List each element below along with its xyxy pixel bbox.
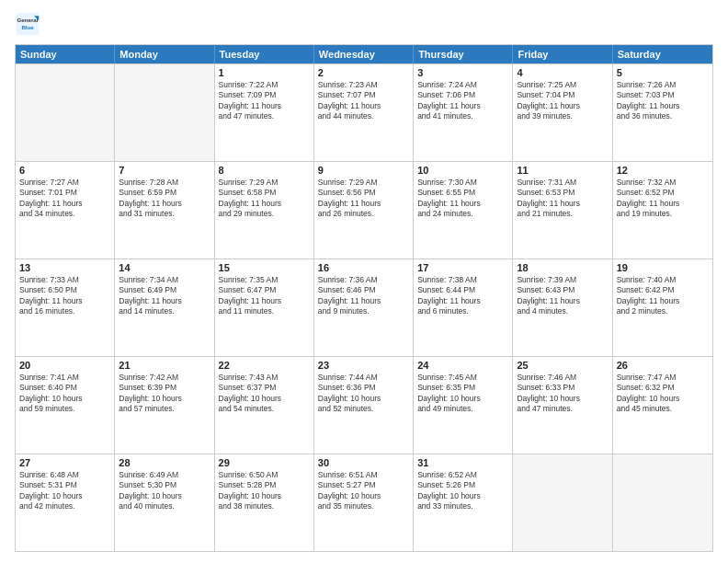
header: General Blue	[15, 11, 713, 37]
weekday-header-saturday: Saturday	[613, 45, 712, 63]
calendar-day-30: 30Sunrise: 6:51 AM Sunset: 5:27 PM Dayli…	[314, 454, 414, 551]
calendar-header-row: SundayMondayTuesdayWednesdayThursdayFrid…	[16, 45, 712, 63]
day-number: 1	[219, 67, 310, 78]
calendar-day-5: 5Sunrise: 7:26 AM Sunset: 7:03 PM Daylig…	[613, 64, 712, 161]
day-info: Sunrise: 7:27 AM Sunset: 7:01 PM Dayligh…	[19, 178, 110, 220]
calendar-day-empty	[115, 64, 214, 161]
calendar-grid: SundayMondayTuesdayWednesdayThursdayFrid…	[15, 44, 713, 552]
day-number: 14	[119, 262, 210, 273]
day-number: 27	[19, 457, 110, 468]
calendar-day-9: 9Sunrise: 7:29 AM Sunset: 6:56 PM Daylig…	[314, 162, 414, 259]
day-info: Sunrise: 7:34 AM Sunset: 6:49 PM Dayligh…	[119, 275, 210, 317]
day-info: Sunrise: 7:29 AM Sunset: 6:58 PM Dayligh…	[219, 178, 310, 220]
day-info: Sunrise: 7:23 AM Sunset: 7:07 PM Dayligh…	[318, 80, 409, 122]
day-number: 18	[517, 262, 608, 273]
calendar-day-19: 19Sunrise: 7:40 AM Sunset: 6:42 PM Dayli…	[613, 259, 712, 356]
day-number: 25	[517, 360, 608, 371]
day-info: Sunrise: 7:47 AM Sunset: 6:32 PM Dayligh…	[617, 373, 709, 415]
calendar-week-2: 6Sunrise: 7:27 AM Sunset: 7:01 PM Daylig…	[16, 161, 712, 259]
day-number: 8	[219, 165, 310, 176]
day-info: Sunrise: 7:29 AM Sunset: 6:56 PM Dayligh…	[318, 178, 409, 220]
calendar-day-6: 6Sunrise: 7:27 AM Sunset: 7:01 PM Daylig…	[16, 162, 115, 259]
calendar-day-empty	[513, 454, 612, 551]
weekday-header-wednesday: Wednesday	[314, 45, 414, 63]
day-number: 20	[19, 360, 110, 371]
calendar-body: 1Sunrise: 7:22 AM Sunset: 7:09 PM Daylig…	[16, 63, 712, 551]
day-number: 2	[318, 67, 409, 78]
weekday-header-monday: Monday	[115, 45, 214, 63]
day-number: 15	[219, 262, 310, 273]
day-number: 28	[119, 457, 210, 468]
calendar-day-15: 15Sunrise: 7:35 AM Sunset: 6:47 PM Dayli…	[215, 259, 314, 356]
day-number: 13	[19, 262, 110, 273]
day-info: Sunrise: 7:41 AM Sunset: 6:40 PM Dayligh…	[19, 373, 110, 415]
calendar-day-3: 3Sunrise: 7:24 AM Sunset: 7:06 PM Daylig…	[414, 64, 513, 161]
calendar-day-26: 26Sunrise: 7:47 AM Sunset: 6:32 PM Dayli…	[613, 357, 712, 454]
weekday-header-tuesday: Tuesday	[215, 45, 314, 63]
day-number: 6	[19, 165, 110, 176]
day-info: Sunrise: 6:51 AM Sunset: 5:27 PM Dayligh…	[318, 470, 409, 512]
day-number: 9	[318, 165, 409, 176]
weekday-header-thursday: Thursday	[414, 45, 513, 63]
day-number: 12	[617, 165, 709, 176]
calendar-day-25: 25Sunrise: 7:46 AM Sunset: 6:33 PM Dayli…	[513, 357, 612, 454]
day-info: Sunrise: 7:32 AM Sunset: 6:52 PM Dayligh…	[617, 178, 709, 220]
logo-icon: General Blue	[15, 11, 40, 37]
calendar-day-28: 28Sunrise: 6:49 AM Sunset: 5:30 PM Dayli…	[115, 454, 214, 551]
day-info: Sunrise: 7:45 AM Sunset: 6:35 PM Dayligh…	[417, 373, 508, 415]
calendar-day-11: 11Sunrise: 7:31 AM Sunset: 6:53 PM Dayli…	[513, 162, 612, 259]
calendar-day-10: 10Sunrise: 7:30 AM Sunset: 6:55 PM Dayli…	[414, 162, 513, 259]
calendar-day-4: 4Sunrise: 7:25 AM Sunset: 7:04 PM Daylig…	[513, 64, 612, 161]
day-info: Sunrise: 7:33 AM Sunset: 6:50 PM Dayligh…	[19, 275, 110, 317]
day-number: 19	[617, 262, 709, 273]
day-info: Sunrise: 7:25 AM Sunset: 7:04 PM Dayligh…	[517, 80, 608, 122]
day-number: 31	[417, 457, 508, 468]
day-info: Sunrise: 7:46 AM Sunset: 6:33 PM Dayligh…	[517, 373, 608, 415]
logo: General Blue	[15, 11, 44, 37]
calendar-day-empty	[613, 454, 712, 551]
weekday-header-sunday: Sunday	[16, 45, 115, 63]
day-info: Sunrise: 7:28 AM Sunset: 6:59 PM Dayligh…	[119, 178, 210, 220]
calendar-day-21: 21Sunrise: 7:42 AM Sunset: 6:39 PM Dayli…	[115, 357, 214, 454]
day-info: Sunrise: 6:52 AM Sunset: 5:26 PM Dayligh…	[417, 470, 508, 512]
weekday-header-friday: Friday	[513, 45, 612, 63]
day-number: 23	[318, 360, 409, 371]
day-number: 11	[517, 165, 608, 176]
calendar-day-20: 20Sunrise: 7:41 AM Sunset: 6:40 PM Dayli…	[16, 357, 115, 454]
day-number: 26	[617, 360, 709, 371]
svg-text:General: General	[17, 17, 39, 23]
day-info: Sunrise: 7:36 AM Sunset: 6:46 PM Dayligh…	[318, 275, 409, 317]
day-number: 7	[119, 165, 210, 176]
day-number: 3	[417, 67, 508, 78]
calendar-day-empty	[16, 64, 115, 161]
calendar-day-2: 2Sunrise: 7:23 AM Sunset: 7:07 PM Daylig…	[314, 64, 414, 161]
day-info: Sunrise: 7:31 AM Sunset: 6:53 PM Dayligh…	[517, 178, 608, 220]
day-info: Sunrise: 7:40 AM Sunset: 6:42 PM Dayligh…	[617, 275, 709, 317]
day-number: 4	[517, 67, 608, 78]
day-info: Sunrise: 7:24 AM Sunset: 7:06 PM Dayligh…	[417, 80, 508, 122]
day-number: 30	[318, 457, 409, 468]
day-info: Sunrise: 7:39 AM Sunset: 6:43 PM Dayligh…	[517, 275, 608, 317]
svg-text:Blue: Blue	[21, 24, 34, 30]
day-number: 29	[219, 457, 310, 468]
day-number: 22	[219, 360, 310, 371]
calendar-day-27: 27Sunrise: 6:48 AM Sunset: 5:31 PM Dayli…	[16, 454, 115, 551]
calendar-day-31: 31Sunrise: 6:52 AM Sunset: 5:26 PM Dayli…	[414, 454, 513, 551]
calendar-week-1: 1Sunrise: 7:22 AM Sunset: 7:09 PM Daylig…	[16, 63, 712, 161]
day-info: Sunrise: 7:38 AM Sunset: 6:44 PM Dayligh…	[417, 275, 508, 317]
day-info: Sunrise: 7:44 AM Sunset: 6:36 PM Dayligh…	[318, 373, 409, 415]
day-info: Sunrise: 7:22 AM Sunset: 7:09 PM Dayligh…	[219, 80, 310, 122]
calendar-day-18: 18Sunrise: 7:39 AM Sunset: 6:43 PM Dayli…	[513, 259, 612, 356]
day-info: Sunrise: 7:35 AM Sunset: 6:47 PM Dayligh…	[219, 275, 310, 317]
day-number: 16	[318, 262, 409, 273]
day-info: Sunrise: 7:26 AM Sunset: 7:03 PM Dayligh…	[617, 80, 709, 122]
day-info: Sunrise: 6:49 AM Sunset: 5:30 PM Dayligh…	[119, 470, 210, 512]
calendar-day-7: 7Sunrise: 7:28 AM Sunset: 6:59 PM Daylig…	[115, 162, 214, 259]
day-info: Sunrise: 7:43 AM Sunset: 6:37 PM Dayligh…	[219, 373, 310, 415]
calendar-week-3: 13Sunrise: 7:33 AM Sunset: 6:50 PM Dayli…	[16, 259, 712, 356]
calendar-day-14: 14Sunrise: 7:34 AM Sunset: 6:49 PM Dayli…	[115, 259, 214, 356]
calendar-day-23: 23Sunrise: 7:44 AM Sunset: 6:36 PM Dayli…	[314, 357, 414, 454]
day-info: Sunrise: 6:48 AM Sunset: 5:31 PM Dayligh…	[19, 470, 110, 512]
day-number: 10	[417, 165, 508, 176]
calendar-day-22: 22Sunrise: 7:43 AM Sunset: 6:37 PM Dayli…	[215, 357, 314, 454]
